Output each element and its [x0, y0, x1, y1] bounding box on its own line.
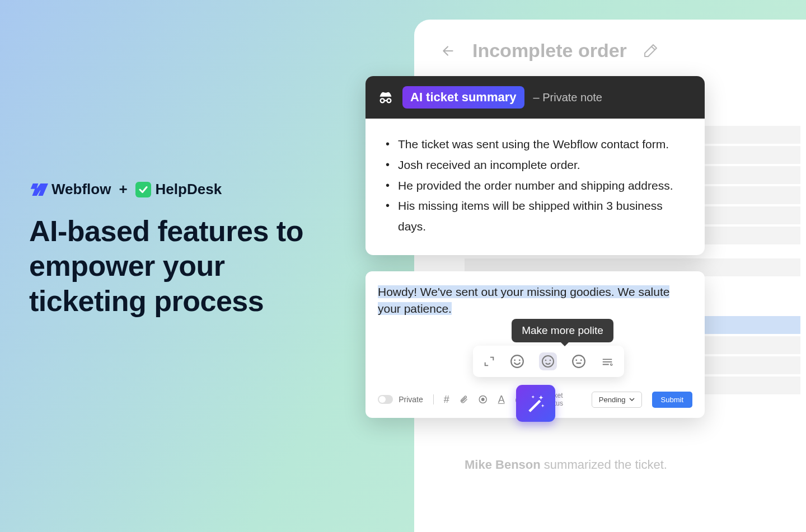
private-label: Private — [399, 395, 423, 404]
svg-point-10 — [573, 355, 585, 368]
magic-wand-icon — [525, 393, 546, 414]
ticket-title: Incomplete order — [472, 40, 627, 62]
expand-icon[interactable] — [483, 355, 495, 368]
chevron-down-icon — [629, 398, 635, 401]
svg-point-12 — [580, 359, 582, 361]
ticket-header: Incomplete order — [414, 20, 806, 77]
tone-popup: Make more polite — [456, 319, 641, 377]
helpdesk-icon — [135, 182, 151, 197]
happy-face-icon[interactable] — [510, 354, 524, 369]
text-color-icon[interactable]: A — [498, 394, 505, 406]
svg-point-5 — [514, 359, 516, 361]
helpdesk-wordmark: HelpDesk — [156, 181, 222, 198]
back-arrow-icon[interactable] — [441, 44, 456, 58]
ticket-status-dropdown[interactable]: Pending — [592, 392, 642, 408]
logo-row: Webflow + HelpDesk — [29, 181, 343, 198]
webflow-logo: Webflow — [29, 181, 111, 198]
activity-log-entry: Mike Benson summarized the ticket. — [465, 458, 667, 472]
ai-summary-item: The ticket was sent using the Webflow co… — [383, 134, 687, 155]
svg-point-7 — [542, 356, 554, 367]
private-note-tag: – Private note — [533, 91, 602, 104]
ai-wand-button[interactable] — [516, 385, 555, 422]
svg-point-1 — [387, 98, 391, 102]
ai-summary-badge: AI ticket summary — [402, 86, 524, 109]
summarize-icon[interactable] — [601, 355, 614, 368]
neutral-face-icon[interactable] — [571, 354, 586, 369]
incognito-icon — [378, 90, 393, 105]
tone-toolbar — [473, 346, 624, 377]
svg-point-0 — [381, 98, 385, 102]
webflow-icon — [29, 183, 48, 196]
attachment-icon[interactable] — [460, 394, 468, 404]
smile-face-icon[interactable] — [539, 352, 557, 370]
svg-point-3 — [481, 398, 485, 401]
ai-summary-item: Josh received an incomplete order. — [383, 155, 687, 176]
record-icon[interactable] — [478, 394, 488, 404]
svg-point-9 — [550, 360, 551, 361]
marketing-left-panel: Webflow + HelpDesk AI-based features to … — [29, 181, 343, 318]
headline: AI-based features to empower your ticket… — [29, 214, 343, 318]
plus-separator: + — [119, 181, 127, 198]
svg-point-6 — [519, 359, 521, 361]
svg-point-11 — [575, 359, 577, 361]
svg-point-4 — [511, 355, 523, 368]
tooltip: Make more polite — [512, 319, 613, 342]
ai-summary-item: His missing items will be shipped within… — [383, 196, 687, 237]
ai-summary-card: AI ticket summary – Private note The tic… — [365, 76, 705, 255]
helpdesk-logo: HelpDesk — [135, 181, 222, 198]
reply-text[interactable]: Howdy! We've sent out your missing goodi… — [378, 284, 692, 318]
ai-summary-list: The ticket was sent using the Webflow co… — [383, 134, 687, 237]
svg-point-8 — [545, 360, 547, 361]
edit-icon[interactable] — [644, 44, 657, 58]
hash-icon[interactable]: # — [444, 394, 449, 406]
ai-summary-body: The ticket was sent using the Webflow co… — [365, 119, 705, 255]
private-toggle[interactable] — [378, 395, 393, 404]
divider — [433, 394, 434, 404]
submit-button[interactable]: Submit — [652, 392, 692, 408]
ai-summary-item: He provided the order number and shippin… — [383, 176, 687, 196]
webflow-wordmark: Webflow — [51, 181, 111, 198]
ai-summary-header: AI ticket summary – Private note — [365, 76, 705, 119]
